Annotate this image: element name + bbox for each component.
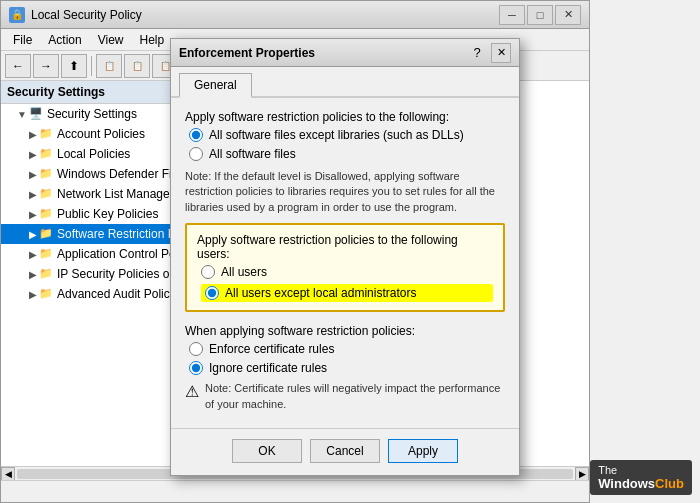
tree-item-windows-firewall[interactable]: ▶ 📁 Windows Defender Firewall... — [1, 164, 175, 184]
tree-label-account-policies: Account Policies — [57, 127, 145, 141]
section-apply-software: Apply software restriction policies to t… — [185, 110, 505, 161]
note2-text: Note: Certificate rules will negatively … — [205, 381, 505, 412]
radio1-input[interactable] — [189, 128, 203, 142]
expand-arrow-icon: ▶ — [29, 149, 37, 160]
cert-section: When applying software restriction polic… — [185, 324, 505, 412]
radio3-label[interactable]: All users — [201, 265, 493, 279]
tree-item-security-settings[interactable]: ▼ 🖥️ Security Settings — [1, 104, 175, 124]
expand-arrow-icon: ▶ — [29, 229, 37, 240]
menu-view[interactable]: View — [90, 31, 132, 49]
radio5-text: Enforce certificate rules — [209, 342, 334, 356]
note1-text: Note: If the default level is Disallowed… — [185, 169, 505, 215]
tree-label-windows-firewall: Windows Defender Firewall... — [57, 167, 175, 181]
apply-button[interactable]: Apply — [388, 439, 458, 463]
apply-users-label: Apply software restriction policies to t… — [197, 233, 493, 261]
app-control-icon: 📁 — [39, 247, 53, 261]
yellow-box-section: Apply software restriction policies to t… — [185, 223, 505, 312]
back-button[interactable]: ← — [5, 54, 31, 78]
software-restriction-icon: 📁 — [39, 227, 53, 241]
tree-label-advanced-audit: Advanced Audit Policy Con... — [57, 287, 175, 301]
radio1-text: All software files except libraries (suc… — [209, 128, 464, 142]
apply-software-label: Apply software restriction policies to t… — [185, 110, 505, 124]
radio6-text: Ignore certificate rules — [209, 361, 327, 375]
tree-item-public-key[interactable]: ▶ 📁 Public Key Policies — [1, 204, 175, 224]
dialog-help-button[interactable]: ? — [467, 43, 487, 63]
radio2-label[interactable]: All software files — [189, 147, 505, 161]
radio2-input[interactable] — [189, 147, 203, 161]
app-icon: 🔒 — [9, 7, 25, 23]
cert-radio-group: Enforce certificate rules Ignore certifi… — [189, 342, 505, 375]
account-policies-icon: 📁 — [39, 127, 53, 141]
ok-button[interactable]: OK — [232, 439, 302, 463]
window-controls: ─ □ ✕ — [499, 5, 581, 25]
public-key-icon: 📁 — [39, 207, 53, 221]
tree-label-security-settings: Security Settings — [47, 107, 137, 121]
warning-icon: ⚠ — [185, 382, 199, 401]
radio1-label[interactable]: All software files except libraries (suc… — [189, 128, 505, 142]
dialog-title-bar: Enforcement Properties ? ✕ — [171, 39, 519, 67]
scroll-left-button[interactable]: ◀ — [1, 467, 15, 481]
menu-file[interactable]: File — [5, 31, 40, 49]
watermark-club: Club — [655, 476, 684, 491]
cancel-button[interactable]: Cancel — [310, 439, 380, 463]
tree-item-app-control[interactable]: ▶ 📁 Application Control Policie... — [1, 244, 175, 264]
menu-help[interactable]: Help — [132, 31, 173, 49]
tree-label-software-restriction: Software Restriction Policies — [57, 227, 175, 241]
dialog-title: Enforcement Properties — [179, 46, 467, 60]
radio4-label[interactable]: All users except local administrators — [201, 284, 493, 302]
radio3-input[interactable] — [201, 265, 215, 279]
tree-item-network-list[interactable]: ▶ 📁 Network List Manager Polic... — [1, 184, 175, 204]
forward-button[interactable]: → — [33, 54, 59, 78]
security-settings-icon: 🖥️ — [29, 107, 43, 121]
radio4-text: All users except local administrators — [225, 286, 416, 300]
tree-item-account-policies[interactable]: ▶ 📁 Account Policies — [1, 124, 175, 144]
radio4-input[interactable] — [205, 286, 219, 300]
radio5-input[interactable] — [189, 342, 203, 356]
tree-item-local-policies[interactable]: ▶ 📁 Local Policies — [1, 144, 175, 164]
software-radio-group: All software files except libraries (suc… — [189, 128, 505, 161]
advanced-audit-icon: 📁 — [39, 287, 53, 301]
show-hide-button[interactable]: 📋 — [96, 54, 122, 78]
radio6-label[interactable]: Ignore certificate rules — [189, 361, 505, 375]
cert-label: When applying software restriction polic… — [185, 324, 505, 338]
tree-header: Security Settings — [1, 81, 175, 104]
title-bar: 🔒 Local Security Policy ─ □ ✕ — [1, 1, 589, 29]
scroll-right-button[interactable]: ▶ — [575, 467, 589, 481]
tree-label-network-list: Network List Manager Polic... — [57, 187, 175, 201]
export-button[interactable]: 📋 — [124, 54, 150, 78]
tab-general[interactable]: General — [179, 73, 252, 98]
windows-firewall-icon: 📁 — [39, 167, 53, 181]
tree-label-ip-security: IP Security Policies on Loca... — [57, 267, 175, 281]
tree-panel: Security Settings ▼ 🖥️ Security Settings… — [1, 81, 176, 466]
tree-label-public-key: Public Key Policies — [57, 207, 158, 221]
tree-label-app-control: Application Control Policie... — [57, 247, 175, 261]
expand-arrow-icon: ▶ — [29, 169, 37, 180]
expand-arrow-icon: ▶ — [29, 249, 37, 260]
maximize-button[interactable]: □ — [527, 5, 553, 25]
toolbar-separator — [91, 56, 92, 76]
expand-arrow-icon: ▶ — [29, 289, 37, 300]
menu-action[interactable]: Action — [40, 31, 89, 49]
warning-row: ⚠ Note: Certificate rules will negativel… — [185, 381, 505, 412]
tree-item-software-restriction[interactable]: ▶ 📁 Software Restriction Policies — [1, 224, 175, 244]
expand-arrow-icon: ▶ — [29, 209, 37, 220]
local-policies-icon: 📁 — [39, 147, 53, 161]
radio3-text: All users — [221, 265, 267, 279]
expand-arrow-icon: ▶ — [29, 129, 37, 140]
tree-item-ip-security[interactable]: ▶ 📁 IP Security Policies on Loca... — [1, 264, 175, 284]
dialog-footer: OK Cancel Apply — [171, 428, 519, 475]
close-button[interactable]: ✕ — [555, 5, 581, 25]
tab-strip: General — [171, 67, 519, 98]
network-list-icon: 📁 — [39, 187, 53, 201]
tree-label-local-policies: Local Policies — [57, 147, 130, 161]
radio2-text: All software files — [209, 147, 296, 161]
watermark-windows: Windows — [598, 476, 655, 491]
radio6-input[interactable] — [189, 361, 203, 375]
dialog-close-button[interactable]: ✕ — [491, 43, 511, 63]
tree-item-advanced-audit[interactable]: ▶ 📁 Advanced Audit Policy Con... — [1, 284, 175, 304]
expand-arrow-icon: ▼ — [17, 109, 27, 120]
up-button[interactable]: ⬆ — [61, 54, 87, 78]
minimize-button[interactable]: ─ — [499, 5, 525, 25]
radio5-label[interactable]: Enforce certificate rules — [189, 342, 505, 356]
dialog-content: Apply software restriction policies to t… — [171, 98, 519, 424]
